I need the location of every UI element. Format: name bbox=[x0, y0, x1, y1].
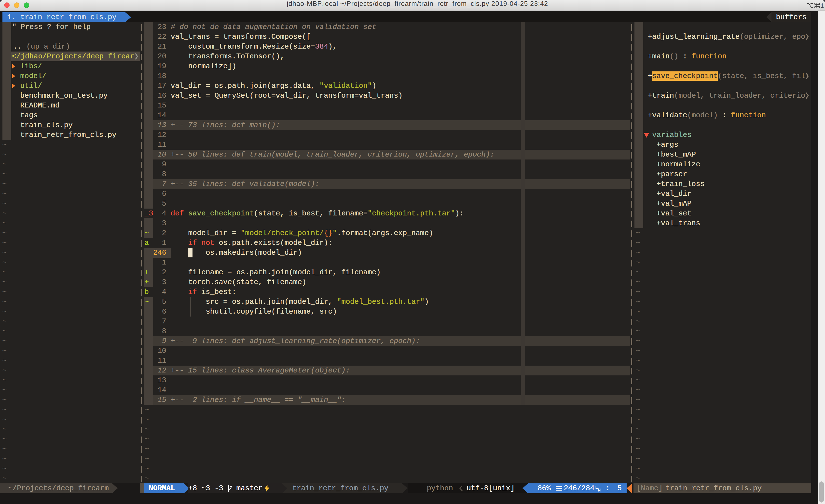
svg-text:1: 1 bbox=[821, 2, 824, 9]
